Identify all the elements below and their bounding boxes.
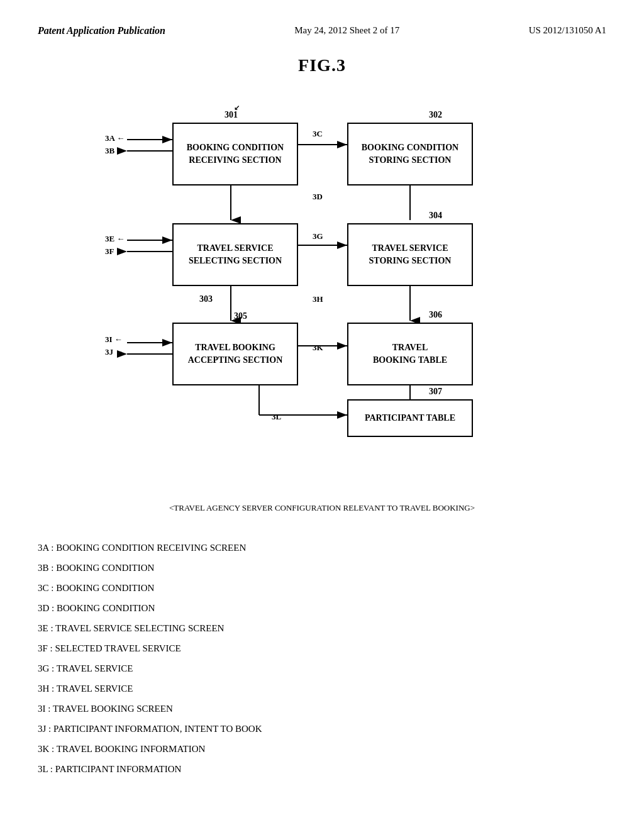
header-date-sheet: May 24, 2012 Sheet 2 of 17	[294, 25, 399, 36]
legend-section: 3A : BOOKING CONDITION RECEIVING SCREEN …	[38, 538, 606, 778]
header-patent-number: US 2012/131050 A1	[529, 25, 606, 36]
page-header: Patent Application Publication May 24, 2…	[38, 25, 606, 36]
label-3E: 3E ←	[105, 234, 125, 244]
legend-item-3J: 3J : PARTICIPANT INFORMATION, INTENT TO …	[38, 719, 606, 738]
box-301-label: BOOKING CONDITIONRECEIVING SECTION	[187, 141, 284, 166]
ref-306: 306	[429, 310, 442, 320]
ref-304: 304	[429, 211, 442, 221]
ref-305: 305	[234, 311, 247, 321]
label-3I: 3I ←	[105, 335, 123, 345]
box-307: PARTICIPANT TABLE	[347, 399, 473, 437]
box-303-label: TRAVEL SERVICESELECTING SECTION	[189, 242, 282, 267]
figure-title: FIG.3	[38, 55, 606, 75]
box-305: TRAVEL BOOKINGACCEPTING SECTION	[172, 323, 298, 385]
header-publication-label: Patent Application Publication	[38, 25, 165, 36]
label-3K: 3K	[313, 343, 323, 353]
legend-item-3D: 3D : BOOKING CONDITION	[38, 599, 606, 617]
legend-item-3F: 3F : SELECTED TRAVEL SERVICE	[38, 639, 606, 658]
legend-item-3C: 3C : BOOKING CONDITION	[38, 578, 606, 597]
box-304: TRAVEL SERVICESTORING SECTION	[347, 223, 473, 286]
label-3B: 3B →	[105, 146, 125, 156]
legend-item-3H: 3H : TRAVEL SERVICE	[38, 679, 606, 698]
box-302: BOOKING CONDITIONSTORING SECTION	[347, 123, 473, 185]
ref-303: 303	[199, 294, 213, 304]
box-302-label: BOOKING CONDITIONSTORING SECTION	[362, 141, 458, 166]
label-3D: 3D	[313, 192, 323, 202]
diagram-caption: <TRAVEL AGENCY SERVER CONFIGURATION RELE…	[38, 503, 606, 513]
label-3F: 3F →	[105, 246, 124, 257]
label-3H: 3H	[313, 294, 323, 304]
box-304-label: TRAVEL SERVICESTORING SECTION	[369, 242, 452, 267]
label-3J: 3J →	[105, 347, 123, 357]
label-3A: 3A ←	[105, 133, 125, 143]
legend-item-3B: 3B : BOOKING CONDITION	[38, 558, 606, 577]
box-301: BOOKING CONDITIONRECEIVING SECTION	[172, 123, 298, 185]
box-306-label: TRAVELBOOKING TABLE	[373, 341, 447, 366]
legend-item-3A: 3A : BOOKING CONDITION RECEIVING SCREEN	[38, 538, 606, 557]
label-3G: 3G	[313, 231, 323, 241]
box-303: TRAVEL SERVICESELECTING SECTION	[172, 223, 298, 286]
diagram-svg	[102, 94, 542, 484]
legend-item-3G: 3G : TRAVEL SERVICE	[38, 659, 606, 678]
label-3L: 3L	[272, 412, 281, 422]
label-3C: 3C	[313, 129, 323, 139]
box-306: TRAVELBOOKING TABLE	[347, 323, 473, 385]
ref-301-arrow: ↙	[234, 104, 240, 112]
ref-307: 307	[429, 387, 442, 397]
legend-item-3K: 3K : TRAVEL BOOKING INFORMATION	[38, 739, 606, 758]
ref-302: 302	[429, 110, 442, 120]
legend-item-3I: 3I : TRAVEL BOOKING SCREEN	[38, 699, 606, 718]
box-305-label: TRAVEL BOOKINGACCEPTING SECTION	[188, 341, 283, 366]
legend-item-3E: 3E : TRAVEL SERVICE SELECTING SCREEN	[38, 619, 606, 638]
diagram-area: BOOKING CONDITIONRECEIVING SECTION 301 ↙…	[102, 94, 542, 484]
legend-item-3L: 3L : PARTICIPANT INFORMATION	[38, 760, 606, 778]
box-307-label: PARTICIPANT TABLE	[365, 412, 455, 424]
